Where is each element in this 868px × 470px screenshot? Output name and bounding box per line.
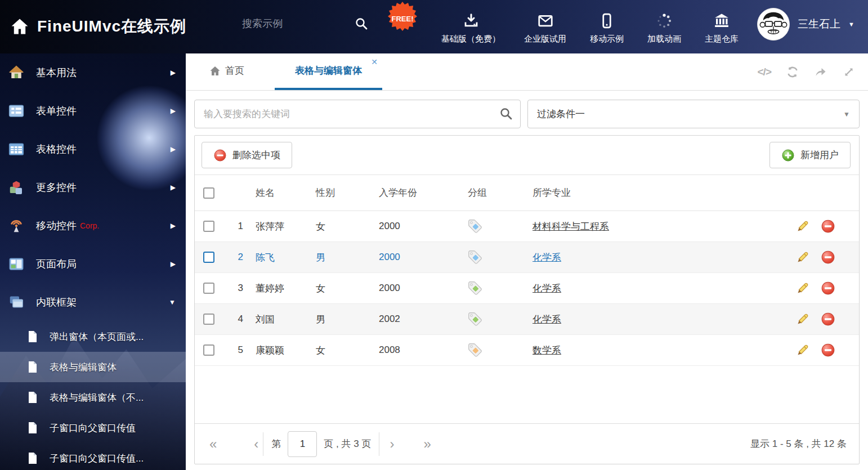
- expand-icon[interactable]: [842, 65, 856, 79]
- last-page-button[interactable]: »: [421, 437, 433, 451]
- chevron-right-icon: ▶: [171, 69, 176, 77]
- nav-item-loading-animation[interactable]: 加载动画: [647, 12, 681, 44]
- major-link[interactable]: 材料科学与工程系: [533, 221, 609, 232]
- home-icon: [8, 64, 25, 81]
- sidebar-item-grid-controls[interactable]: 表格控件 ▶: [0, 130, 186, 168]
- keyword-search-input[interactable]: [194, 100, 521, 128]
- prev-page-button[interactable]: ‹: [252, 437, 261, 451]
- select-all-checkbox[interactable]: [203, 187, 214, 199]
- delete-icon[interactable]: [821, 219, 835, 234]
- nav-item-enterprise-trial[interactable]: 企业版试用: [524, 12, 566, 44]
- edit-icon[interactable]: [795, 281, 809, 296]
- keyword-search: [194, 100, 521, 128]
- search-icon[interactable]: [499, 107, 513, 120]
- filter-dropdown[interactable]: 过滤条件一 ▼: [527, 100, 860, 128]
- cell-name: 张萍萍: [247, 220, 316, 233]
- row-checkbox[interactable]: [203, 221, 214, 232]
- row-checkbox[interactable]: [203, 314, 214, 325]
- filter-row: 过滤条件一 ▼: [194, 100, 860, 128]
- cell-year: 2000: [379, 252, 468, 263]
- close-icon[interactable]: ✕: [371, 58, 378, 66]
- delete-icon[interactable]: [821, 250, 835, 265]
- row-checkbox[interactable]: [203, 283, 214, 294]
- sidebar-subitem-grid-edit-window-2[interactable]: 表格与编辑窗体（不...: [0, 382, 186, 413]
- refresh-icon[interactable]: [786, 65, 799, 79]
- row-checkbox[interactable]: [203, 344, 214, 356]
- chevron-right-icon: ▶: [171, 260, 176, 268]
- tab-grid-edit-window[interactable]: 表格与编辑窗体 ✕: [275, 53, 382, 90]
- column-header-major[interactable]: 所学专业: [533, 186, 780, 199]
- next-page-button[interactable]: ›: [387, 437, 396, 451]
- nav-item-basic-free[interactable]: 基础版（免费）: [441, 12, 500, 44]
- delete-icon[interactable]: [821, 281, 835, 296]
- record-count-summary: 显示 1 - 5 条 , 共 12 条: [750, 437, 847, 450]
- edit-icon[interactable]: [795, 219, 809, 234]
- table-row[interactable]: 4 刘国 男 2002 化学系: [195, 304, 859, 335]
- table-row[interactable]: 1 张萍萍 女 2000 材料科学与工程系: [195, 211, 859, 242]
- nav-item-mobile-demo[interactable]: 移动示例: [590, 12, 624, 44]
- sidebar-subitem-child-to-parent[interactable]: 子窗口向父窗口传值: [0, 413, 186, 443]
- edit-icon[interactable]: [795, 312, 809, 326]
- cell-gender: 男: [316, 313, 379, 326]
- page-number-input[interactable]: [288, 431, 317, 457]
- table-row[interactable]: 5 康颖颖 女 2008 数学系: [195, 335, 859, 366]
- minus-circle-icon: [213, 149, 227, 162]
- chevron-down-icon: ▼: [843, 110, 850, 118]
- sidebar-subitem-popup-window[interactable]: 弹出窗体（本页面或...: [0, 321, 186, 352]
- row-number: 5: [222, 344, 247, 356]
- header-search-input[interactable]: [242, 18, 321, 30]
- sidebar-item-more-controls[interactable]: 更多控件 ▶: [0, 168, 186, 207]
- sidebar-item-basic-usage[interactable]: 基本用法 ▶: [0, 53, 186, 92]
- cell-gender: 女: [316, 282, 379, 295]
- row-number: 3: [222, 283, 247, 294]
- sidebar-item-iframe[interactable]: 内联框架 ▼: [0, 283, 186, 321]
- major-link[interactable]: 数学系: [533, 345, 561, 356]
- avatar: [757, 8, 790, 41]
- chevron-right-icon: ▶: [171, 183, 176, 191]
- tag-icon: [468, 281, 482, 296]
- tab-home[interactable]: 首页: [203, 53, 251, 90]
- nav-item-theme-repo[interactable]: 主题仓库: [705, 12, 739, 44]
- sidebar-subitem-child-to-parent-2[interactable]: 子窗口向父窗口传值...: [0, 443, 186, 470]
- spinner-icon: [656, 12, 673, 29]
- page-content: 过滤条件一 ▼ 删除选中项 新增用户 姓名 性别 入学年份: [194, 100, 860, 464]
- row-checkbox[interactable]: [203, 252, 214, 263]
- major-link[interactable]: 化学系: [533, 252, 561, 263]
- major-link[interactable]: 化学系: [533, 314, 561, 325]
- sidebar-item-page-layout[interactable]: 页面布局 ▶: [0, 245, 186, 283]
- cell-name: 董婷婷: [247, 282, 316, 295]
- column-header-group[interactable]: 分组: [468, 186, 533, 199]
- first-page-button[interactable]: «: [207, 437, 219, 451]
- cell-gender: 女: [316, 220, 379, 233]
- row-number: 2: [222, 252, 247, 263]
- share-icon[interactable]: [814, 65, 827, 79]
- user-menu[interactable]: 三生石上 ▼: [757, 8, 854, 41]
- header-search[interactable]: [242, 17, 368, 30]
- brand[interactable]: FineUIMvc在线示例: [10, 16, 186, 37]
- row-number: 1: [222, 221, 247, 232]
- corp-badge: Corp.: [80, 221, 99, 230]
- sidebar: 基本用法 ▶ 表单控件 ▶ 表格控件 ▶ 更多控件 ▶ 移动控件 Corp. ▶…: [0, 53, 186, 470]
- search-icon[interactable]: [355, 17, 368, 30]
- sidebar-item-mobile-controls[interactable]: 移动控件 Corp. ▶: [0, 207, 186, 245]
- divider: [379, 432, 379, 456]
- tag-icon: [468, 343, 482, 357]
- tag-icon: [468, 250, 482, 265]
- major-link[interactable]: 化学系: [533, 283, 561, 294]
- source-code-icon[interactable]: </>: [758, 66, 771, 78]
- chevron-right-icon: ▶: [171, 107, 176, 115]
- delete-selected-button[interactable]: 删除选中项: [202, 142, 292, 168]
- table-row[interactable]: 2 陈飞 男 2000 化学系: [195, 242, 859, 273]
- table-row[interactable]: 3 董婷婷 女 2000 化学系: [195, 273, 859, 304]
- column-header-name[interactable]: 姓名: [247, 186, 316, 199]
- sidebar-item-form-controls[interactable]: 表单控件 ▶: [0, 92, 186, 130]
- column-header-gender[interactable]: 性别: [316, 186, 379, 199]
- pagination-bar: « ‹ 第 页 , 共 3 页 › » 显示 1 - 5 条 , 共 12 条: [195, 423, 859, 464]
- edit-icon[interactable]: [795, 250, 809, 265]
- delete-icon[interactable]: [821, 343, 835, 357]
- sidebar-subitem-grid-edit-window[interactable]: 表格与编辑窗体: [0, 352, 186, 382]
- add-user-button[interactable]: 新增用户: [769, 142, 851, 168]
- column-header-year[interactable]: 入学年份: [379, 186, 468, 199]
- edit-icon[interactable]: [795, 343, 809, 357]
- delete-icon[interactable]: [821, 312, 835, 326]
